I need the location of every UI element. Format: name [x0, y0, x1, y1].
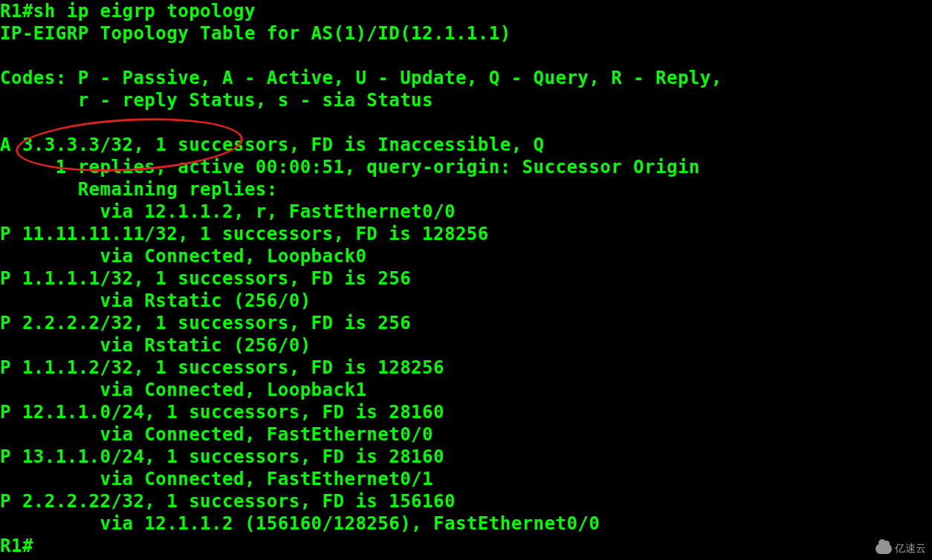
topology-subline: via Rstatic (256/0)	[0, 290, 311, 311]
topology-subline: 1 replies, active 00:00:51, query-origin…	[0, 157, 700, 178]
codes-line-2: r - reply Status, s - sia Status	[0, 90, 433, 111]
topology-subline: via 12.1.1.2, r, FastEthernet0/0	[0, 201, 456, 222]
cloud-icon	[876, 544, 892, 554]
codes-line-1: Codes: P - Passive, A - Active, U - Upda…	[0, 68, 722, 88]
topology-subline: via Connected, Loopback0	[0, 246, 366, 267]
topology-entry: P 12.1.1.0/24, 1 successors, FD is 28160	[0, 402, 444, 423]
topology-subline: via Connected, FastEthernet0/1	[0, 469, 433, 489]
watermark: 亿速云	[876, 542, 926, 556]
topology-subline: via Connected, FastEthernet0/0	[0, 424, 433, 445]
topology-subline: Remaining replies:	[0, 179, 278, 200]
terminal-output[interactable]: R1#sh ip eigrp topology IP-EIGRP Topolog…	[0, 0, 932, 557]
command-text: sh ip eigrp topology	[33, 1, 256, 22]
watermark-text: 亿速云	[895, 542, 926, 556]
topology-entry: A 3.3.3.3/32, 1 successors, FD is Inacce…	[0, 134, 545, 155]
prompt: R1#	[0, 1, 33, 22]
topology-entry: P 13.1.1.0/24, 1 successors, FD is 28160	[0, 446, 444, 467]
topology-header: IP-EIGRP Topology Table for AS(1)/ID(12.…	[0, 23, 511, 44]
topology-entry: P 11.11.11.11/32, 1 successors, FD is 12…	[0, 224, 489, 244]
topology-entry: P 1.1.1.2/32, 1 successors, FD is 128256	[0, 357, 444, 378]
topology-subline: via Rstatic (256/0)	[0, 335, 311, 356]
topology-subline: via Connected, Loopback1	[0, 380, 366, 400]
topology-entry: P 1.1.1.1/32, 1 successors, FD is 256	[0, 268, 411, 289]
topology-entry: P 2.2.2.2/32, 1 successors, FD is 256	[0, 313, 411, 333]
trailing-prompt: R1#	[0, 535, 33, 556]
topology-subline: via 12.1.1.2 (156160/128256), FastEthern…	[0, 513, 600, 534]
topology-entry: P 2.2.2.22/32, 1 successors, FD is 15616…	[0, 491, 456, 512]
